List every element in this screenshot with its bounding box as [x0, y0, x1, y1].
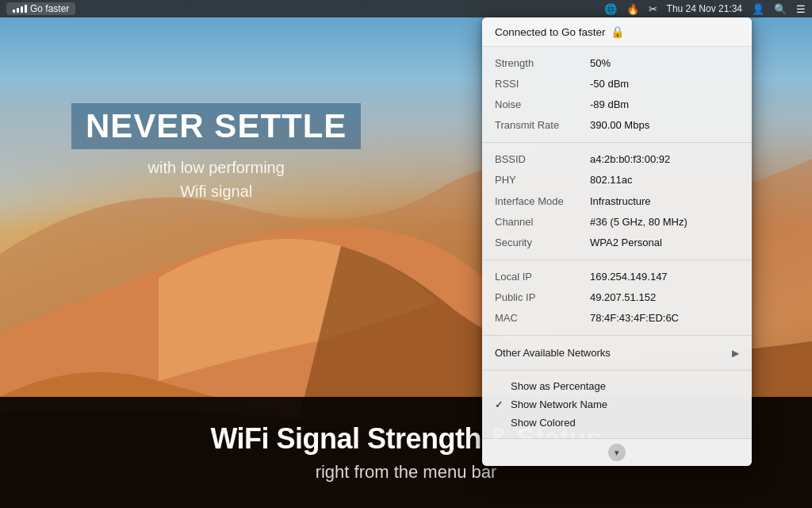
- connected-label: Connected to Go faster: [495, 26, 606, 38]
- security-label: Security: [495, 234, 590, 252]
- rssi-value: -50 dBm: [590, 75, 629, 93]
- transmit-rate-value: 390.00 Mbps: [590, 117, 649, 134]
- chevron-right-icon: ▶: [732, 348, 739, 359]
- interface-mode-value: Infrastructure: [590, 193, 651, 210]
- mac-row: MAC 78:4F:43:4F:ED:6C: [482, 308, 752, 329]
- other-networks-label: Other Available Networks: [495, 347, 611, 359]
- noise-row: Noise -89 dBm: [482, 94, 752, 115]
- wifi-dropdown: Connected to Go faster 🔒 Strength 50% RS…: [482, 17, 752, 466]
- bssid-row: BSSID a4:2b:b0:f3:00:92: [482, 149, 752, 170]
- percentage-checkmark: [495, 380, 506, 392]
- strength-value: 50%: [590, 55, 611, 72]
- interface-mode-label: Interface Mode: [495, 193, 590, 210]
- mac-label: MAC: [495, 310, 590, 327]
- show-as-percentage-label: Show as Percentage: [511, 380, 606, 392]
- noise-value: -89 dBm: [590, 96, 629, 114]
- globe-icon[interactable]: 🌐: [604, 3, 617, 15]
- signal-dots: [13, 5, 27, 13]
- channel-value: #36 (5 GHz, 80 MHz): [590, 214, 688, 231]
- transmit-rate-row: Transmit Rate 390.00 Mbps: [482, 115, 752, 136]
- flame-icon[interactable]: 🔥: [626, 3, 639, 15]
- signal-dot-4: [25, 5, 27, 13]
- phy-row: PHY 802.11ac: [482, 170, 752, 190]
- network-info-section: BSSID a4:2b:b0:f3:00:92 PHY 802.11ac Int…: [482, 143, 752, 260]
- other-networks-section: Other Available Networks ▶: [482, 336, 752, 371]
- show-network-name-label: Show Network Name: [511, 398, 607, 410]
- never-settle-block: NEVER SETTLE with low performing Wifi si…: [71, 103, 361, 203]
- public-ip-value: 49.207.51.152: [590, 289, 656, 306]
- never-settle-title: NEVER SETTLE: [71, 103, 361, 149]
- show-colored-item[interactable]: Show Colored: [482, 414, 752, 432]
- local-ip-label: Local IP: [495, 268, 590, 286]
- dropdown-header: Connected to Go faster 🔒: [482, 17, 752, 47]
- bssid-label: BSSID: [495, 151, 590, 168]
- ip-info-section: Local IP 169.254.149.147 Public IP 49.20…: [482, 260, 752, 336]
- noise-label: Noise: [495, 96, 590, 114]
- security-row: Security WPA2 Personal: [482, 233, 752, 253]
- local-ip-row: Local IP 169.254.149.147: [482, 267, 752, 287]
- settings-section: Show as Percentage ✓ Show Network Name S…: [482, 371, 752, 439]
- rssi-label: RSSI: [495, 75, 590, 93]
- show-network-name-item[interactable]: ✓ Show Network Name: [482, 395, 752, 414]
- wifi-network-name: Go faster: [30, 3, 69, 14]
- interface-mode-row: Interface Mode Infrastructure: [482, 191, 752, 212]
- wifi-menu-pill[interactable]: Go faster: [6, 2, 75, 15]
- public-ip-row: Public IP 49.207.51.152: [482, 287, 752, 308]
- scroll-down-button[interactable]: ▾: [608, 444, 626, 461]
- menubar-left: Go faster: [6, 2, 75, 15]
- strength-row: Strength 50%: [482, 53, 752, 74]
- lock-icon: 🔒: [611, 25, 624, 38]
- bottom-subtitle: right from the menu bar: [316, 462, 497, 483]
- signal-dot-2: [17, 8, 19, 13]
- channel-row: Channel #36 (5 GHz, 80 MHz): [482, 212, 752, 233]
- channel-label: Channel: [495, 214, 590, 231]
- menubar: Go faster 🌐 🔥 ✂ Thu 24 Nov 21:34 👤 🔍 ☰: [0, 0, 812, 17]
- signal-dot-3: [21, 6, 23, 13]
- menu-icon[interactable]: ☰: [796, 3, 806, 15]
- menubar-datetime: Thu 24 Nov 21:34: [667, 3, 742, 14]
- strength-label: Strength: [495, 55, 590, 72]
- rssi-row: RSSI -50 dBm: [482, 74, 752, 94]
- signal-dot-1: [13, 10, 15, 13]
- phy-label: PHY: [495, 171, 590, 189]
- show-colored-label: Show Colored: [511, 417, 576, 429]
- user-icon[interactable]: 👤: [752, 3, 764, 15]
- scroll-indicator[interactable]: ▾: [482, 439, 752, 466]
- show-as-percentage-item[interactable]: Show as Percentage: [482, 377, 752, 395]
- search-icon[interactable]: 🔍: [774, 3, 787, 15]
- public-ip-label: Public IP: [495, 289, 590, 306]
- phy-value: 802.11ac: [590, 171, 633, 189]
- other-networks-item[interactable]: Other Available Networks ▶: [482, 342, 752, 364]
- chevron-down-icon: ▾: [615, 448, 619, 458]
- signal-info-section: Strength 50% RSSI -50 dBm Noise -89 dBm …: [482, 47, 752, 143]
- bssid-value: a4:2b:b0:f3:00:92: [590, 151, 670, 168]
- security-value: WPA2 Personal: [590, 234, 662, 252]
- menubar-icons: 🌐 🔥 ✂ Thu 24 Nov 21:34 👤 🔍 ☰: [604, 3, 806, 15]
- mac-value: 78:4F:43:4F:ED:6C: [590, 310, 679, 327]
- colored-checkmark: [495, 417, 506, 429]
- network-name-checkmark: ✓: [495, 398, 506, 410]
- scissors-icon[interactable]: ✂: [649, 3, 657, 15]
- transmit-rate-label: Transmit Rate: [495, 117, 590, 134]
- local-ip-value: 169.254.149.147: [590, 268, 668, 286]
- never-settle-subtitle: with low performing Wifi signal: [71, 156, 361, 203]
